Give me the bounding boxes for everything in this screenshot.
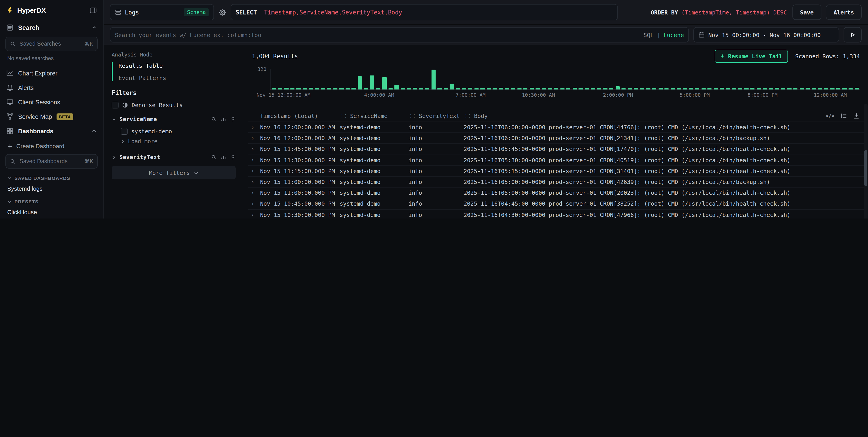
chevron-up-icon <box>91 128 97 134</box>
drag-grip-icon[interactable]: ⋮⋮ <box>464 113 471 118</box>
sidebar-item-client-sessions[interactable]: Client Sessions <box>0 95 103 109</box>
facet-servicename[interactable]: ServiceName <box>112 116 236 123</box>
table-row[interactable]: ›Nov 15 11:15:00.000 PMsystemd-demoinfo2… <box>248 166 866 177</box>
date-range-picker[interactable]: Nov 15 00:00:00 - Nov 16 00:00:00 <box>693 27 839 42</box>
saved-dashboards-input[interactable]: Saved Dashboards ⌘K <box>5 154 98 169</box>
resume-live-tail-button[interactable]: Resume Live Tail <box>714 50 788 63</box>
row-expand-icon[interactable]: › <box>249 168 260 174</box>
sidebar-item-dashboards[interactable]: Dashboards <box>0 124 103 138</box>
create-dashboard-button[interactable]: Create Dashboard <box>0 138 103 152</box>
alerts-button[interactable]: Alerts <box>826 4 862 20</box>
facet-search-icon[interactable] <box>211 154 217 160</box>
row-expand-icon[interactable]: › <box>249 190 260 196</box>
table-row[interactable]: ›Nov 15 10:45:00.000 PMsystemd-demoinfo2… <box>248 199 866 209</box>
mode-results-table[interactable]: Results Table <box>119 62 236 69</box>
search-events-input[interactable]: Search your events w/ Lucene ex. column:… <box>110 27 689 42</box>
cell-servicename: systemd-demo <box>340 135 408 142</box>
code-view-icon[interactable]: </> <box>826 113 835 119</box>
facet-value-label: systemd-demo <box>131 128 172 135</box>
search-icon <box>10 158 16 164</box>
sidebar-item-chart-explorer[interactable]: Chart Explorer <box>0 66 103 80</box>
source-settings-gear-icon[interactable] <box>218 8 226 16</box>
row-expand-icon[interactable]: › <box>249 179 260 185</box>
row-expand-icon[interactable]: › <box>249 135 260 141</box>
row-expand-icon[interactable]: › <box>249 157 260 163</box>
col-severitytext[interactable]: ⋮⋮SeverityText <box>408 112 464 119</box>
plus-icon <box>7 143 13 149</box>
drag-grip-icon[interactable]: ⋮⋮ <box>408 113 416 118</box>
x-axis-tick: Nov 15 12:00:00 AM <box>256 92 310 98</box>
more-filters-button[interactable]: More filters <box>112 166 236 179</box>
row-expand-icon[interactable]: › <box>249 124 260 130</box>
mode-sql-toggle[interactable]: SQL <box>644 31 654 38</box>
mode-event-patterns[interactable]: Event Patterns <box>119 74 236 81</box>
denoise-checkbox[interactable] <box>112 102 119 108</box>
col-body[interactable]: ⋮⋮Body <box>464 112 819 119</box>
service-map-icon <box>6 113 13 120</box>
cell-body: 2025-11-16T06:00:00-0000 prod-server-01 … <box>464 135 866 142</box>
sidebar-item-services[interactable]: Services <box>0 218 103 218</box>
saved-searches-input[interactable]: Saved Searches ⌘K <box>5 37 98 51</box>
row-expand-icon[interactable]: › <box>249 201 260 207</box>
sidebar-item-search[interactable]: Search <box>0 20 103 35</box>
histogram-bar <box>578 69 584 90</box>
mode-divider: | <box>657 31 660 38</box>
histogram-bar <box>571 69 578 90</box>
facet-severitytext[interactable]: SeverityText <box>112 154 236 161</box>
facet-pin-icon[interactable] <box>230 116 236 122</box>
load-more-button[interactable]: Load more <box>112 137 236 149</box>
table-scrollbar[interactable] <box>864 104 868 218</box>
table-row[interactable]: ›Nov 15 11:45:00.000 PMsystemd-demoinfo2… <box>248 144 866 155</box>
denoise-results-row[interactable]: Denoise Results <box>112 102 236 108</box>
facet-chart-icon[interactable] <box>221 116 226 122</box>
cell-timestamp: Nov 15 11:00:00.000 PM <box>260 178 340 185</box>
facet-value-systemd-demo[interactable]: systemd-demo <box>112 126 236 137</box>
sidebar-item-systemd-logs[interactable]: Systemd logs <box>0 182 103 195</box>
table-row[interactable]: ›Nov 15 11:00:00.000 PMsystemd-demoinfo2… <box>248 188 866 198</box>
histogram-bar <box>357 69 363 90</box>
app-root: HyperDX Search Saved Searches ⌘K No save… <box>0 0 868 218</box>
sidebar-item-clickhouse[interactable]: ClickHouse <box>0 206 103 218</box>
facet-pin-icon[interactable] <box>230 154 236 160</box>
histogram-bar <box>848 69 854 90</box>
sql-select-input[interactable]: SELECT Timestamp,ServiceName,SeverityTex… <box>231 4 618 20</box>
run-query-button[interactable] <box>844 27 862 42</box>
table-row[interactable]: ›Nov 16 12:00:00.000 AMsystemd-demoinfo2… <box>248 122 866 133</box>
scrollbar-thumb[interactable] <box>864 150 867 186</box>
table-row[interactable]: ›Nov 15 11:30:00.000 PMsystemd-demoinfo2… <box>248 155 866 166</box>
cell-body: 2025-11-16T05:00:00-0000 prod-server-01 … <box>464 189 866 196</box>
sidebar-item-service-map[interactable]: Service Map BETA <box>0 109 103 124</box>
schema-badge: Schema <box>184 8 209 16</box>
row-expand-icon[interactable]: › <box>249 146 260 152</box>
histogram-bar <box>602 69 608 90</box>
histogram-bar <box>688 69 694 90</box>
save-button[interactable]: Save <box>792 4 821 20</box>
source-selector[interactable]: Logs Schema <box>110 4 214 20</box>
facet-search-icon[interactable] <box>211 116 217 122</box>
table-display-options-icon[interactable] <box>840 112 847 119</box>
histogram-bar <box>768 69 774 90</box>
table-row[interactable]: ›Nov 15 11:00:00.000 PMsystemd-demoinfo2… <box>248 177 866 188</box>
saved-dashboards-section-header[interactable]: SAVED DASHBOARDS <box>0 171 103 182</box>
histogram-bar <box>388 69 394 90</box>
row-expand-icon[interactable]: › <box>249 211 260 218</box>
download-icon[interactable] <box>853 112 860 119</box>
col-servicename[interactable]: ⋮⋮ServiceName <box>340 112 408 119</box>
table-row[interactable]: ›Nov 15 10:30:00.000 PMsystemd-demoinfo2… <box>248 209 866 218</box>
presets-section-header[interactable]: PRESETS <box>0 195 103 206</box>
col-timestamp[interactable]: Timestamp (Local) <box>260 112 340 119</box>
table-row[interactable]: ›Nov 16 12:00:00.000 AMsystemd-demoinfo2… <box>248 133 866 144</box>
cell-severitytext: info <box>408 189 464 196</box>
query-toolbar: Logs Schema SELECT Timestamp,ServiceName… <box>103 0 868 25</box>
histogram-plot[interactable] <box>270 69 860 90</box>
drag-grip-icon[interactable]: ⋮⋮ <box>340 113 347 118</box>
histogram-bar <box>657 69 663 90</box>
facet-name: SeverityText <box>119 154 160 161</box>
collapse-sidebar-icon[interactable] <box>90 6 97 14</box>
facet-value-checkbox[interactable] <box>121 128 128 135</box>
mode-lucene-toggle[interactable]: Lucene <box>663 31 684 38</box>
sidebar-item-alerts[interactable]: Alerts <box>0 80 103 95</box>
histogram-bar <box>516 69 522 90</box>
histogram-bar <box>645 69 651 90</box>
facet-chart-icon[interactable] <box>221 154 226 160</box>
